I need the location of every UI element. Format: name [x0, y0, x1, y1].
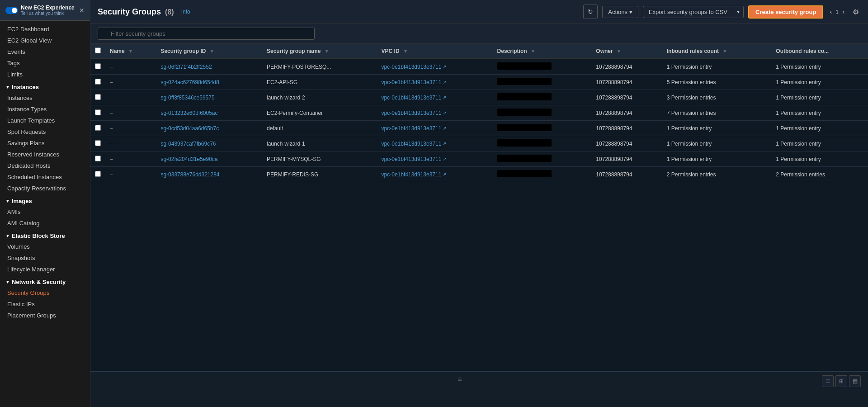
col-owner[interactable]: Owner ▼ — [591, 44, 662, 59]
sidebar-section-instances[interactable]: ▼ Instances — [0, 80, 90, 92]
close-icon[interactable]: ✕ — [79, 7, 85, 14]
vpc-id-link[interactable]: vpc-0e1bf413d913e3711 ↗ — [382, 64, 488, 70]
sidebar-section-ebs[interactable]: ▼ Elastic Block Store — [0, 229, 90, 241]
sidebar-item-placement-groups[interactable]: Placement Groups — [0, 310, 90, 321]
sort-icon: ▼ — [616, 48, 622, 54]
sidebar-item-volumes[interactable]: Volumes — [0, 241, 90, 252]
row-checkbox[interactable] — [95, 125, 101, 131]
chevron-down-icon: ▼ — [5, 233, 10, 238]
row-checkbox[interactable] — [95, 94, 101, 100]
sidebar-item-ec2-global-view[interactable]: EC2 Global View — [0, 35, 90, 46]
panel-drag-handle[interactable]: ≡ — [98, 375, 822, 383]
row-description — [493, 59, 592, 75]
row-checkbox[interactable] — [95, 156, 101, 161]
view-detail-icon[interactable]: ▤ — [849, 375, 861, 387]
sidebar-item-ami-catalog[interactable]: AMI Catalog — [0, 218, 90, 229]
external-link-icon: ↗ — [443, 126, 446, 131]
row-vpc-id: vpc-0e1bf413d913e3711 ↗ — [377, 75, 493, 90]
row-outbound-count: 1 Permission entry — [771, 121, 868, 136]
row-name: – — [105, 151, 156, 167]
sidebar-item-events[interactable]: Events — [0, 46, 90, 57]
sidebar-item-ec2-dashboard[interactable]: EC2 Dashboard — [0, 24, 90, 35]
sg-id-link[interactable]: sg-0cd53d04aa6d65b7c — [160, 125, 219, 132]
vpc-id-link[interactable]: vpc-0e1bf413d913e3711 ↗ — [382, 110, 488, 116]
row-checkbox[interactable] — [95, 140, 101, 146]
row-inbound-count: 1 Permission entry — [662, 151, 772, 167]
export-split-button[interactable]: ▾ — [733, 6, 744, 18]
row-owner: 107288898794 — [591, 90, 662, 105]
row-sg-name: EC2-API-SG — [262, 75, 377, 90]
col-name[interactable]: Name ▼ — [105, 44, 156, 59]
table-row: – sg-013232e60df6005ac EC2-Permify-Conta… — [90, 105, 868, 121]
row-checkbox[interactable] — [95, 79, 101, 85]
sidebar-item-limits[interactable]: Limits — [0, 69, 90, 80]
next-page-button[interactable]: › — [840, 7, 846, 16]
sidebar-item-reserved-instances[interactable]: Reserved Instances — [0, 149, 90, 160]
vpc-id-link[interactable]: vpc-0e1bf413d913e3711 ↗ — [382, 141, 488, 147]
refresh-button[interactable]: ↻ — [583, 5, 598, 19]
col-inbound[interactable]: Inbound rules count ▼ — [662, 44, 772, 59]
vpc-id-link[interactable]: vpc-0e1bf413d913e3711 ↗ — [382, 79, 488, 85]
col-vpc-id[interactable]: VPC ID ▼ — [377, 44, 493, 59]
create-security-group-button[interactable]: Create security group — [748, 5, 823, 19]
export-csv-button[interactable]: Export security groups to CSV — [643, 6, 733, 18]
sg-id-link[interactable]: sg-02fa204d31e5e90ca — [160, 156, 217, 162]
new-ec2-toggle[interactable] — [5, 7, 18, 14]
prev-page-button[interactable]: ‹ — [828, 7, 834, 16]
search-input[interactable] — [98, 28, 315, 40]
sidebar-item-dedicated-hosts[interactable]: Dedicated Hosts — [0, 160, 90, 171]
sg-id-link[interactable]: sg-013232e60df6005ac — [160, 110, 217, 116]
row-checkbox[interactable] — [95, 171, 101, 177]
row-checkbox[interactable] — [95, 63, 101, 69]
sg-id-link[interactable]: sg-033788e76dd321284 — [160, 171, 219, 178]
row-sg-id: sg-06f2f71f4b2ff2552 — [156, 59, 262, 75]
settings-button[interactable]: ⚙ — [851, 7, 861, 17]
sg-id-link[interactable]: sg-043937caf7fb69c76 — [160, 141, 216, 147]
row-name: – — [105, 136, 156, 151]
sidebar-item-elastic-ips[interactable]: Elastic IPs — [0, 298, 90, 310]
sidebar-header-subtitle[interactable]: Tell us what you think — [21, 11, 75, 16]
sidebar-item-lifecycle-manager[interactable]: Lifecycle Manager — [0, 264, 90, 275]
vpc-id-link[interactable]: vpc-0e1bf413d913e3711 ↗ — [382, 171, 488, 178]
pagination: ‹ 1 › — [828, 7, 846, 16]
sidebar-item-launch-templates[interactable]: Launch Templates — [0, 115, 90, 126]
row-sg-id: sg-0ff3f85346ce59575 — [156, 90, 262, 105]
row-name: – — [105, 75, 156, 90]
chevron-down-icon: ▼ — [5, 279, 10, 284]
col-description[interactable]: Description ▼ — [493, 44, 592, 59]
col-sg-name[interactable]: Security group name ▼ — [262, 44, 377, 59]
vpc-id-link[interactable]: vpc-0e1bf413d913e3711 ↗ — [382, 125, 488, 132]
description-blocked — [497, 139, 552, 147]
sidebar-item-snapshots[interactable]: Snapshots — [0, 252, 90, 264]
sidebar-item-security-groups[interactable]: Security Groups — [0, 287, 90, 298]
sidebar-item-spot-requests[interactable]: Spot Requests — [0, 126, 90, 137]
sidebar-section-images[interactable]: ▼ Images — [0, 194, 90, 206]
view-grid-icon[interactable]: ⊞ — [835, 375, 847, 387]
sidebar-item-capacity-reservations[interactable]: Capacity Reservations — [0, 183, 90, 194]
vpc-id-link[interactable]: vpc-0e1bf413d913e3711 ↗ — [382, 95, 488, 101]
sidebar-item-savings-plans[interactable]: Savings Plans — [0, 137, 90, 149]
external-link-icon: ↗ — [443, 80, 446, 85]
row-description — [493, 151, 592, 167]
sort-icon: ▼ — [722, 48, 727, 54]
sg-id-link[interactable]: sg-0ff3f85346ce59575 — [160, 95, 214, 101]
sidebar-item-amis[interactable]: AMIs — [0, 206, 90, 218]
select-all-checkbox[interactable] — [95, 47, 101, 53]
sidebar-item-instances[interactable]: Instances — [0, 92, 90, 104]
col-sg-id[interactable]: Security group ID ▼ — [156, 44, 262, 59]
sg-id-link[interactable]: sg-024ac627698d654d8 — [160, 79, 219, 85]
sg-id-link[interactable]: sg-06f2f71f4b2ff2552 — [160, 64, 212, 70]
sidebar-item-scheduled-instances[interactable]: Scheduled Instances — [0, 171, 90, 183]
description-blocked — [497, 62, 552, 70]
description-blocked — [497, 109, 552, 116]
chevron-down-icon: ▼ — [5, 85, 10, 90]
row-checkbox-cell — [90, 90, 105, 105]
vpc-id-link[interactable]: vpc-0e1bf413d913e3711 ↗ — [382, 156, 488, 162]
actions-button[interactable]: Actions ▾ — [602, 6, 638, 18]
view-list-icon[interactable]: ☰ — [822, 375, 834, 387]
sidebar-item-instance-types[interactable]: Instance Types — [0, 104, 90, 115]
info-link[interactable]: Info — [181, 9, 190, 15]
sidebar-item-tags[interactable]: Tags — [0, 57, 90, 69]
sidebar-section-network-security[interactable]: ▼ Network & Security — [0, 275, 90, 287]
row-checkbox[interactable] — [95, 109, 101, 115]
